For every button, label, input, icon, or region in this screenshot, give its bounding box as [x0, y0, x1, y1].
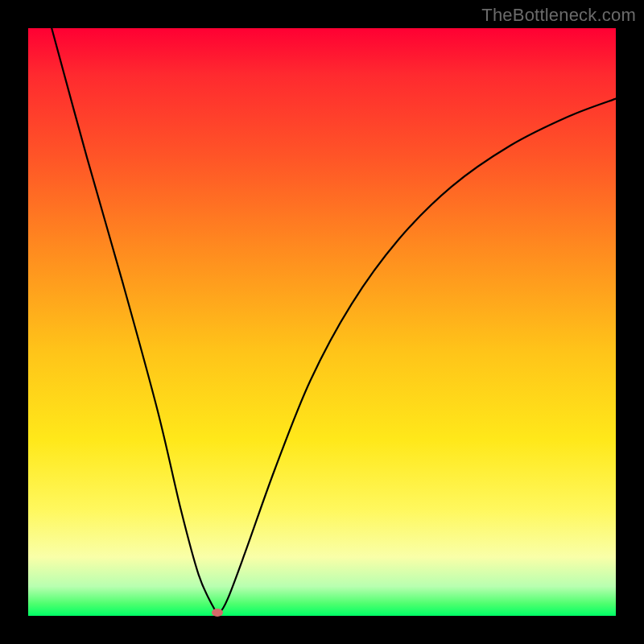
chart-min-marker	[212, 609, 223, 617]
chart-curve-svg	[28, 28, 616, 616]
chart-frame: TheBottleneck.com	[0, 0, 644, 644]
watermark-text: TheBottleneck.com	[481, 5, 636, 26]
chart-plot-area	[28, 28, 616, 616]
chart-curve-path	[52, 28, 616, 613]
